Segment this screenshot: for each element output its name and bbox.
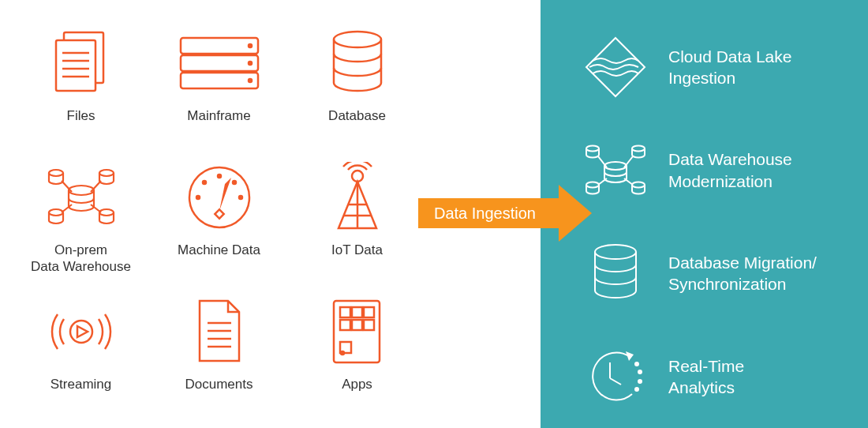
antenna-icon (326, 158, 389, 237)
svg-point-48 (586, 145, 599, 151)
svg-rect-41 (364, 307, 374, 317)
svg-point-62 (635, 388, 638, 391)
source-label: Mainframe (187, 107, 250, 124)
database-white-icon (580, 238, 651, 309)
mainframe-icon (176, 24, 263, 103)
svg-line-52 (598, 156, 607, 167)
sources-panel: Files Mainframe (0, 0, 426, 428)
svg-line-58 (610, 378, 621, 385)
svg-rect-39 (340, 307, 350, 317)
source-mainframe: Mainframe (154, 24, 284, 150)
svg-line-18 (62, 181, 72, 192)
ingestion-arrow: Data Ingestion (418, 185, 592, 242)
lake-icon (580, 32, 651, 103)
svg-rect-1 (56, 40, 95, 91)
svg-point-11 (249, 79, 252, 82)
source-documents: Documents (154, 292, 284, 419)
svg-line-54 (598, 178, 607, 185)
svg-point-26 (203, 181, 206, 184)
svg-point-13 (69, 186, 94, 195)
svg-line-19 (91, 181, 101, 192)
arrow-head-icon (559, 185, 592, 242)
source-label: On-prem Data Warehouse (31, 242, 131, 276)
dest-label: Cloud Data Lake Ingestion (668, 46, 791, 89)
svg-point-27 (233, 181, 236, 184)
svg-rect-42 (340, 320, 350, 330)
source-iot-data: IoT Data (292, 158, 422, 284)
svg-line-53 (624, 156, 633, 167)
svg-point-24 (196, 196, 200, 199)
svg-point-23 (218, 175, 221, 178)
svg-point-16 (49, 209, 63, 216)
dest-db-migration: Database Migration/ Synchronization (580, 238, 846, 309)
dest-realtime: Real-Time Analytics (580, 341, 846, 412)
svg-point-61 (638, 380, 642, 383)
source-label: Database (328, 107, 386, 124)
svg-point-47 (604, 162, 627, 170)
svg-point-60 (638, 370, 642, 374)
svg-point-14 (49, 170, 63, 176)
dest-label: Database Migration/ Synchronization (668, 252, 817, 295)
svg-point-12 (334, 32, 381, 47)
svg-rect-40 (352, 307, 362, 317)
source-onprem-dw: On-prem Data Warehouse (16, 158, 146, 284)
svg-rect-28 (215, 209, 223, 218)
source-streaming: Streaming (16, 292, 146, 419)
source-label: Streaming (51, 376, 111, 392)
source-label: Apps (342, 376, 372, 392)
dest-label: Real-Time Analytics (668, 355, 744, 399)
source-apps: Apps (292, 292, 422, 419)
svg-rect-43 (352, 320, 362, 330)
svg-point-25 (239, 196, 242, 199)
clock-icon (580, 341, 651, 412)
source-label: Files (67, 107, 95, 124)
svg-rect-6 (181, 38, 258, 54)
warehouse-icon (42, 158, 121, 237)
streaming-icon (42, 292, 121, 371)
dest-label: Data Warehouse Modernization (668, 148, 792, 192)
source-label: Machine Data (178, 242, 260, 258)
svg-line-55 (624, 178, 633, 185)
svg-rect-44 (364, 320, 374, 330)
svg-rect-7 (181, 55, 258, 71)
source-files: Files (16, 24, 146, 150)
source-machine-data: Machine Data (154, 158, 284, 284)
svg-rect-8 (181, 73, 258, 88)
svg-point-56 (595, 245, 636, 259)
svg-point-49 (632, 145, 645, 151)
svg-point-17 (99, 209, 114, 216)
svg-point-59 (635, 362, 638, 366)
source-database: Database (292, 24, 422, 150)
svg-point-51 (632, 182, 645, 187)
svg-point-15 (99, 170, 114, 176)
svg-point-46 (341, 351, 344, 355)
gauge-icon (184, 158, 255, 237)
arrow-label: Data Ingestion (434, 205, 536, 223)
document-icon (192, 292, 247, 371)
files-icon (50, 24, 113, 103)
sources-grid: Files Mainframe (0, 0, 426, 428)
source-label: IoT Data (331, 242, 383, 258)
svg-point-10 (249, 62, 252, 65)
svg-point-9 (249, 44, 252, 47)
database-icon (326, 24, 389, 103)
dest-data-lake: Cloud Data Lake Ingestion (580, 32, 846, 103)
apps-icon (327, 292, 387, 371)
dest-dw-modern: Data Warehouse Modernization (580, 135, 846, 206)
source-label: Documents (185, 376, 253, 392)
